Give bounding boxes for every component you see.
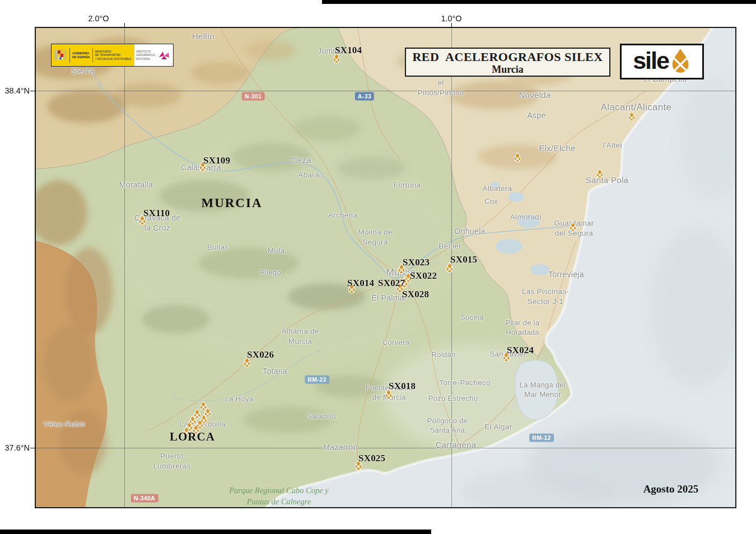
place-label: Hellín	[192, 31, 214, 42]
gobierno-text: GOBIERNO DE ESPAÑA	[72, 51, 90, 59]
lorca-station-label: LORCA	[170, 430, 215, 444]
place-label: Alacant/Alicante	[601, 101, 672, 114]
ign-text: INSTITUTO GEOGRÁFICO NACIONAL	[136, 50, 155, 60]
place-label: Las Piscinas- Sector J-1	[522, 287, 569, 306]
gridline-vertical	[124, 27, 125, 508]
spain-coat-of-arms-icon	[54, 47, 67, 64]
banner-divider	[69, 48, 70, 63]
station-label: SX018	[389, 381, 416, 392]
place-label: Orihuela	[454, 226, 485, 236]
station-label: SX024	[507, 345, 534, 356]
silex-logo: sile	[620, 44, 704, 79]
station-label: SX022	[410, 270, 437, 282]
place-label: Saladillo	[307, 412, 336, 421]
station-label: SX025	[358, 453, 385, 464]
station-marker-icon	[596, 168, 604, 179]
place-label: Bullas	[207, 242, 229, 252]
place-label: Santa Pola	[586, 175, 628, 186]
axis-label-latitude: 38.4°N	[5, 86, 32, 95]
place-label: Cieza	[290, 155, 311, 165]
station-label: SX027	[378, 278, 405, 289]
road-badge: N-301	[242, 92, 265, 101]
station-label: SX014	[347, 278, 374, 289]
gobierno-banner-white: INSTITUTO GEOGRÁFICO NACIONAL	[134, 44, 173, 66]
place-label: Polígono de Santa Ana	[427, 416, 468, 435]
place-label: Sucina	[460, 313, 484, 322]
place-label: el Pinós/Pinoso	[418, 78, 464, 97]
station-label: SX109	[203, 155, 230, 166]
place-label: Vélez-Rubio	[44, 420, 85, 429]
map-title: RED ACELEROGRAFOS SILEX	[406, 50, 609, 64]
place-label: Cartagena	[436, 439, 477, 451]
place-label: Archena	[328, 210, 357, 221]
map-overlay: HellínJumillaSierrael Pinós/PinosoNoveld…	[0, 0, 756, 534]
ign-logo-icon	[157, 49, 171, 62]
axis-label-latitude: 37.6°N	[5, 443, 32, 452]
station-marker-icon	[628, 111, 636, 122]
place-label: Abarán	[298, 170, 323, 180]
place-label: Pilar de la Horadada	[505, 318, 539, 338]
place-label: Aspe	[527, 110, 545, 120]
station-label: SX023	[403, 257, 430, 268]
gridline-horizontal	[35, 448, 736, 448]
place-label: l'Altet	[603, 140, 623, 151]
axis-label-longitude: 2.0°O	[88, 14, 109, 23]
place-label: Sierra	[71, 65, 95, 77]
place-label: Novelda	[519, 90, 550, 101]
park-label: Parque Regional Cabo Cope y Puntas de Ca…	[229, 485, 328, 507]
axis-tick	[124, 23, 125, 27]
place-label: Roldán	[432, 350, 456, 360]
station-label: SX104	[335, 45, 362, 56]
place-label: Pliego	[260, 268, 281, 278]
silex-droplet-icon	[670, 48, 691, 76]
gridline-horizontal	[35, 91, 736, 91]
place-label: Fortuna	[394, 180, 421, 190]
place-label: Pozo Estrecho	[428, 394, 478, 404]
place-label: Puerto Lumbreras	[153, 451, 190, 471]
road-badge: N-340A	[131, 494, 158, 503]
station-marker-icon	[569, 222, 577, 232]
station-label: SX026	[247, 349, 274, 360]
map-figure: HellínJumillaSierrael Pinós/PinosoNoveld…	[0, 0, 756, 534]
station-label: SX028	[402, 289, 429, 300]
place-label: Corvera	[382, 338, 409, 348]
place-label: La Hoya	[225, 395, 254, 404]
place-label: La Manga del Mar Menor	[520, 381, 566, 400]
road-badge: A-33	[355, 92, 374, 101]
place-label: El Algar	[485, 422, 512, 432]
station-marker-icon	[514, 152, 522, 163]
map-subtitle: Murcia	[406, 64, 609, 76]
place-label: Cox	[484, 197, 498, 207]
place-label: Beniel	[438, 241, 460, 251]
gobierno-banner: GOBIERNO DE ESPAÑA MINISTERIO DE TRANSPO…	[51, 44, 174, 67]
place-label: Torre-Pacheco	[439, 378, 491, 388]
gobierno-banner-yellow: GOBIERNO DE ESPAÑA MINISTERIO DE TRANSPO…	[52, 44, 134, 66]
region-label-murcia: MURCIA	[201, 196, 262, 210]
place-label: Albatera	[483, 184, 512, 194]
ministerio-text: MINISTERIO DE TRANSPORTES Y MOVILIDAD SO…	[95, 50, 132, 60]
place-label: Alhama de Murcia	[281, 326, 319, 346]
place-label: Torrevieja	[548, 269, 584, 279]
place-label: Mula	[268, 246, 284, 256]
road-badge: RM-23	[305, 376, 329, 384]
date-label: Agosto 2025	[643, 483, 699, 495]
place-label: Moratalla	[119, 180, 153, 190]
road-badge: RM-12	[529, 434, 554, 442]
place-label: Molina de Segura	[358, 227, 392, 247]
place-label: Elx/Elche	[539, 143, 575, 154]
place-label: Almoradí	[510, 212, 542, 222]
station-label: SX110	[143, 208, 170, 219]
axis-tick	[451, 23, 452, 27]
banner-divider2	[92, 48, 93, 63]
map-title-box: RED ACELEROGRAFOS SILEX Murcia	[405, 48, 610, 77]
place-label: Totana	[263, 366, 287, 376]
place-label: Mazarrón	[323, 442, 358, 452]
station-label: SX015	[450, 254, 477, 265]
axis-label-longitude: 1.0°O	[441, 14, 461, 23]
silex-logo-text: sile	[633, 49, 669, 73]
